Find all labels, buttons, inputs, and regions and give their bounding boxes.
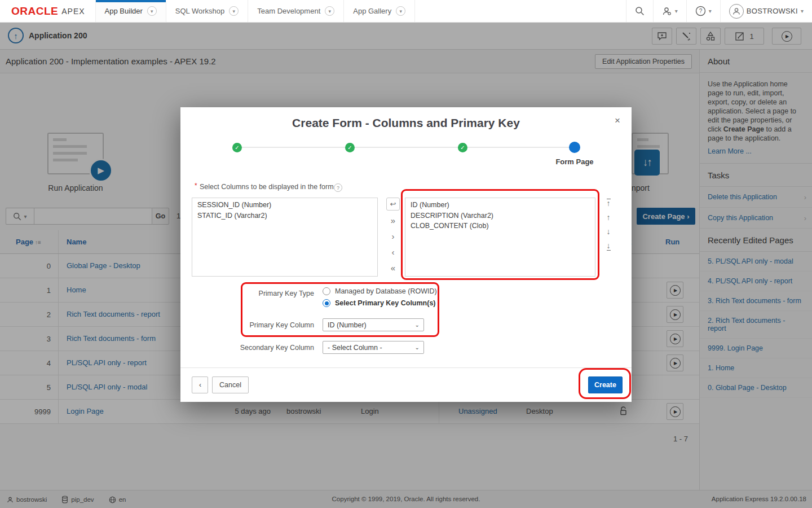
list-item[interactable]: CLOB_CONTENT (Clob) <box>405 221 595 231</box>
radio-managed-by-database[interactable]: Managed by Database (ROWID) <box>323 287 437 295</box>
move-all-right-button[interactable]: » <box>391 215 395 226</box>
search-icon <box>635 6 645 16</box>
list-item[interactable]: DESCRIPTION (Varchar2) <box>405 211 595 221</box>
tab-team-development[interactable]: Team Development ▾ <box>248 0 343 22</box>
chevron-down-icon[interactable]: ▾ <box>325 6 334 16</box>
move-to-bottom-button[interactable]: ↓ <box>607 242 611 251</box>
administration-menu-button[interactable]: ▾ <box>653 0 686 22</box>
svg-text:?: ? <box>699 8 703 14</box>
chevron-down-icon: ▾ <box>675 8 678 14</box>
radio-select-primary-key-columns[interactable]: Select Primary Key Column(s) <box>323 299 436 307</box>
page-body: ↑ Application 200 1 ▶ <box>0 23 812 508</box>
move-down-button[interactable]: ↓ <box>607 227 611 236</box>
list-item[interactable]: SESSION_ID (Number) <box>192 200 377 211</box>
help-icon: ? <box>695 6 706 16</box>
wizard-back-button[interactable]: ‹ <box>192 376 208 393</box>
radio-selected-icon[interactable] <box>323 299 330 307</box>
wizard-step-current <box>569 142 580 153</box>
chevron-down-icon[interactable]: ▾ <box>396 6 405 16</box>
chevron-down-icon[interactable]: ▾ <box>229 6 239 16</box>
list-item[interactable]: ID (Number) <box>405 200 595 211</box>
primary-key-type-label: Primary Key Type <box>213 290 314 297</box>
move-all-left-button[interactable]: « <box>391 262 395 274</box>
help-icon[interactable]: ? <box>334 183 342 192</box>
move-left-button[interactable]: ‹ <box>392 247 395 258</box>
move-up-button[interactable]: ↑ <box>607 213 611 222</box>
user-menu-button[interactable]: BOSTROWSKI ▾ <box>720 0 812 22</box>
chevron-down-icon: ▾ <box>801 8 804 14</box>
dialog-footer: ‹ Cancel Create <box>180 367 632 402</box>
dialog-title: Create Form - Columns and Primary Key <box>180 116 632 130</box>
wizard-step-complete-1: ✓ <box>232 143 242 152</box>
select-columns-label: Select Columns to be displayed in the fo… <box>200 183 334 191</box>
help-menu-button[interactable]: ? ▾ <box>686 0 720 22</box>
oracle-apex-logo[interactable]: ORACLE APEX <box>0 0 95 22</box>
top-navigation-bar: ORACLE APEX App Builder ▾ SQL Workshop ▾… <box>0 0 812 23</box>
username-label: BOSTROWSKI <box>747 7 798 15</box>
chevron-down-icon: ⌄ <box>415 344 420 351</box>
main-tabs: App Builder ▾ SQL Workshop ▾ Team Develo… <box>95 0 416 22</box>
create-button[interactable]: Create <box>588 376 623 393</box>
available-columns-listbox[interactable]: SESSION_ID (Number) STATIC_ID (Varchar2) <box>192 198 378 277</box>
reorder-controls: ↑ ↑ ↓ ↓ <box>602 199 615 251</box>
admin-user-icon <box>662 6 672 16</box>
apex-app-builder-screen: ORACLE APEX App Builder ▾ SQL Workshop ▾… <box>0 0 812 508</box>
move-to-top-button[interactable]: ↑ <box>607 199 611 208</box>
secondary-key-column-label: Secondary Key Column <box>213 344 314 352</box>
wizard-step-complete-3: ✓ <box>458 143 467 152</box>
tab-app-builder[interactable]: App Builder ▾ <box>95 0 166 22</box>
create-form-wizard-dialog: × Create Form - Columns and Primary Key … <box>180 107 632 402</box>
primary-key-column-select[interactable]: ID (Number) ⌄ <box>323 318 424 331</box>
radio-unselected-icon[interactable] <box>323 287 330 295</box>
tab-app-gallery[interactable]: App Gallery ▾ <box>343 0 415 22</box>
list-item[interactable]: STATIC_ID (Varchar2) <box>192 211 377 221</box>
shuttle-reset-button[interactable]: ↩ <box>386 198 400 211</box>
search-button[interactable] <box>626 0 653 22</box>
chevron-down-icon: ⌄ <box>415 322 420 328</box>
wizard-step-complete-2: ✓ <box>345 143 355 152</box>
tab-sql-workshop[interactable]: SQL Workshop ▾ <box>166 0 248 22</box>
move-right-button[interactable]: › <box>392 231 395 242</box>
cancel-button[interactable]: Cancel <box>212 376 249 393</box>
secondary-key-column-select[interactable]: - Select Column - ⌄ <box>323 341 424 354</box>
wizard-step-label: Form Page <box>544 157 606 166</box>
selected-columns-listbox[interactable]: ID (Number) DESCRIPTION (Varchar2) CLOB_… <box>405 198 595 277</box>
apex-wordmark: APEX <box>61 7 85 16</box>
shuttle-controls: ↩ » › ‹ « <box>385 198 401 274</box>
required-asterisk: * <box>195 182 197 190</box>
chevron-down-icon: ▾ <box>709 8 712 14</box>
user-avatar-icon <box>729 4 744 19</box>
wizard-progress-line <box>237 147 575 148</box>
chevron-down-icon[interactable]: ▾ <box>147 6 157 16</box>
topnav-utilities: ▾ ? ▾ BOSTROWSKI ▾ <box>626 0 812 22</box>
primary-key-column-label: Primary Key Column <box>213 321 314 329</box>
oracle-wordmark: ORACLE <box>11 5 58 17</box>
